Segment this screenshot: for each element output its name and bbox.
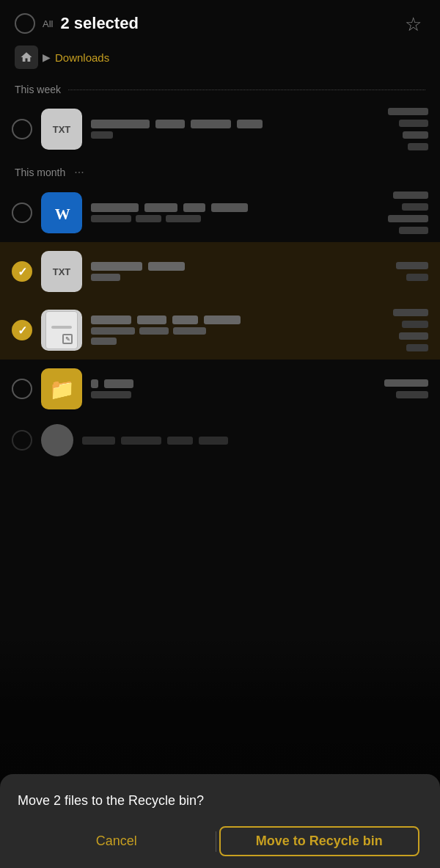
cancel-button[interactable]: Cancel <box>18 828 216 855</box>
file-info-4 <box>91 316 384 345</box>
file-icon-doc: ✎ <box>41 310 82 351</box>
file-icon-txt2: TXT <box>41 251 82 292</box>
dialog-divider <box>216 831 216 852</box>
breadcrumb-arrow: ▶ <box>43 51 51 63</box>
file-row[interactable]: TXT <box>0 242 440 301</box>
file-info-1 <box>91 120 379 139</box>
home-icon[interactable] <box>15 45 38 69</box>
dialog-actions: Cancel Move to Recycle bin <box>18 826 422 856</box>
file-meta-right-1 <box>388 108 428 150</box>
header-left: All 2 selected <box>15 13 139 34</box>
partial-file-row <box>0 418 440 462</box>
section-divider <box>68 90 425 90</box>
svg-text:W: W <box>55 205 70 223</box>
file-icon-txt: TXT <box>41 109 82 150</box>
section-ellipsis[interactable]: ··· <box>74 166 84 179</box>
selected-count: 2 selected <box>60 14 138 33</box>
file-info-3 <box>91 262 387 281</box>
section-month-label: This month <box>15 167 65 178</box>
file-row[interactable]: TXT <box>0 100 440 158</box>
header: All 2 selected ☆ <box>0 0 440 41</box>
section-this-month: This month ··· <box>0 158 440 183</box>
file-checkbox-1[interactable] <box>12 119 32 139</box>
breadcrumb: ▶ Downloads <box>0 41 440 76</box>
file-meta-right-2 <box>388 192 428 234</box>
star-icon[interactable]: ☆ <box>405 13 425 34</box>
move-to-recycle-bin-button[interactable]: Move to Recycle bin <box>219 826 420 856</box>
select-all-checkbox[interactable] <box>15 13 35 34</box>
breadcrumb-folder[interactable]: Downloads <box>55 51 109 64</box>
file-checkbox-2[interactable] <box>12 203 32 223</box>
file-meta-right-5 <box>384 379 428 398</box>
file-row[interactable]: 📁 <box>0 360 440 418</box>
file-row[interactable]: W <box>0 183 440 242</box>
dialog-message: Move 2 files to the Recycle bin? <box>18 792 422 810</box>
file-checkbox-3[interactable] <box>12 261 32 282</box>
file-row[interactable]: ✎ <box>0 301 440 360</box>
file-info-5 <box>91 379 375 398</box>
file-meta-right-3 <box>396 262 428 281</box>
file-checkbox-4[interactable] <box>12 320 32 340</box>
all-label: All <box>43 18 53 29</box>
file-icon-zip: 📁 <box>41 368 82 409</box>
file-icon-word: W <box>41 192 82 233</box>
bottom-sheet-dialog: Move 2 files to the Recycle bin? Cancel … <box>0 774 440 868</box>
file-info-2 <box>91 203 379 222</box>
section-this-week: This week <box>0 76 440 100</box>
section-week-label: This week <box>15 84 61 95</box>
file-meta-right-4 <box>393 309 428 351</box>
file-checkbox-5[interactable] <box>12 379 32 399</box>
